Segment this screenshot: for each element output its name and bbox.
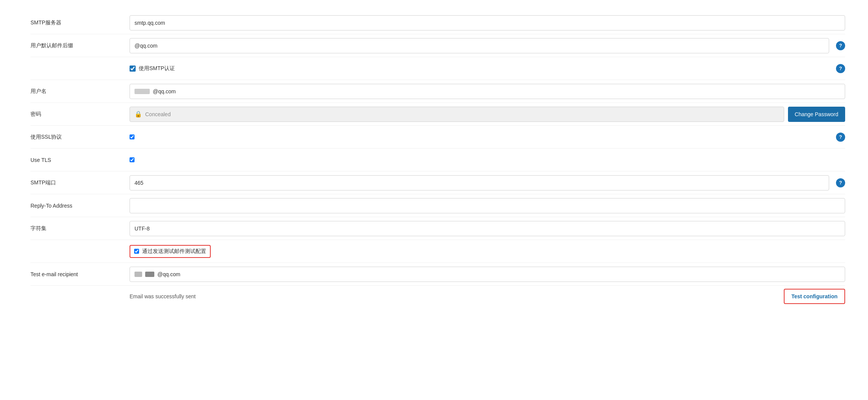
test-mail-checkbox[interactable] [134, 249, 139, 254]
use-tls-label: Use TLS [30, 157, 130, 163]
lock-icon: 🔒 [135, 110, 142, 118]
reply-to-label: Reply-To Address [30, 203, 130, 209]
username-blurred-part [135, 89, 150, 94]
smtp-auth-checkbox-label[interactable]: 使用SMTP认证 [139, 65, 175, 72]
test-mail-row: 通过发送测试邮件测试配置 [30, 240, 845, 263]
password-field-wrapper: 🔒 Concealed [130, 107, 784, 122]
test-email-blurred-part2 [145, 272, 154, 277]
reply-to-input[interactable] [130, 198, 845, 213]
username-row: 用户名 @qq.com [30, 80, 845, 103]
use-ssl-label: 使用SSL协议 [30, 134, 130, 141]
email-suffix-label: 用户默认邮件后缀 [30, 42, 130, 49]
smtp-server-input-col [130, 15, 845, 30]
charset-input[interactable] [130, 221, 845, 236]
test-email-blurred-part1 [135, 272, 142, 277]
email-suffix-row: 用户默认邮件后缀 ? [30, 34, 845, 57]
test-email-wrapper: @qq.com [130, 267, 845, 282]
test-mail-checkbox-label[interactable]: 通过发送测试邮件测试配置 [142, 248, 206, 255]
settings-page: SMTP服务器 用户默认邮件后缀 ? 使用SMTP认证 ? 用户名 [0, 0, 868, 400]
reply-to-row: Reply-To Address [30, 194, 845, 217]
bottom-action-row: Email was successfully sent Test configu… [30, 286, 845, 307]
smtp-port-row: SMTP端口 ? [30, 171, 845, 194]
use-ssl-input-col: ? [130, 133, 845, 142]
use-tls-row: Use TLS [30, 149, 845, 171]
use-ssl-help-icon[interactable]: ? [836, 133, 845, 142]
smtp-server-label: SMTP服务器 [30, 19, 130, 26]
smtp-auth-row: 使用SMTP认证 ? [30, 57, 845, 80]
smtp-auth-input-col: 使用SMTP认证 ? [130, 64, 845, 73]
reply-to-input-col [130, 198, 845, 213]
username-domain: @qq.com [153, 88, 176, 94]
smtp-port-label: SMTP端口 [30, 179, 130, 186]
use-tls-input-col [130, 157, 845, 162]
smtp-port-input-col: ? [130, 175, 845, 190]
charset-label: 字符集 [30, 225, 130, 232]
password-label: 密码 [30, 111, 130, 118]
test-recipient-row: Test e-mail recipient @qq.com [30, 263, 845, 286]
charset-row: 字符集 [30, 217, 845, 240]
smtp-server-input[interactable] [130, 15, 845, 30]
success-message: Email was successfully sent [130, 293, 196, 299]
smtp-server-row: SMTP服务器 [30, 11, 845, 34]
use-ssl-checkbox[interactable] [130, 134, 135, 139]
charset-input-col [130, 221, 845, 236]
username-input-col: @qq.com [130, 84, 845, 99]
username-input-wrapper: @qq.com [130, 84, 845, 99]
change-password-button[interactable]: Change Password [788, 107, 845, 122]
username-label: 用户名 [30, 88, 130, 95]
test-recipient-input-col: @qq.com [130, 267, 845, 282]
password-input-col: 🔒 Concealed Change Password [130, 107, 845, 122]
smtp-auth-checkbox-wrapper: 使用SMTP认证 [130, 65, 175, 72]
test-mail-input-col: 通过发送测试邮件测试配置 [130, 245, 845, 258]
test-configuration-button[interactable]: Test configuration [784, 289, 845, 304]
smtp-port-help-icon[interactable]: ? [836, 178, 845, 187]
smtp-auth-help-icon[interactable]: ? [836, 64, 845, 73]
email-suffix-input[interactable] [130, 38, 829, 53]
smtp-auth-checkbox[interactable] [130, 66, 136, 72]
test-mail-highlighted-wrapper: 通过发送测试邮件测试配置 [130, 245, 211, 258]
test-email-domain: @qq.com [157, 271, 180, 277]
smtp-port-input[interactable] [130, 175, 829, 190]
test-recipient-label: Test e-mail recipient [30, 271, 130, 277]
password-concealed-text: Concealed [145, 111, 171, 117]
use-tls-checkbox[interactable] [130, 157, 135, 162]
email-suffix-input-col: ? [130, 38, 845, 53]
use-ssl-row: 使用SSL协议 ? [30, 126, 845, 149]
password-row: 密码 🔒 Concealed Change Password [30, 103, 845, 126]
email-suffix-help-icon[interactable]: ? [836, 41, 845, 50]
